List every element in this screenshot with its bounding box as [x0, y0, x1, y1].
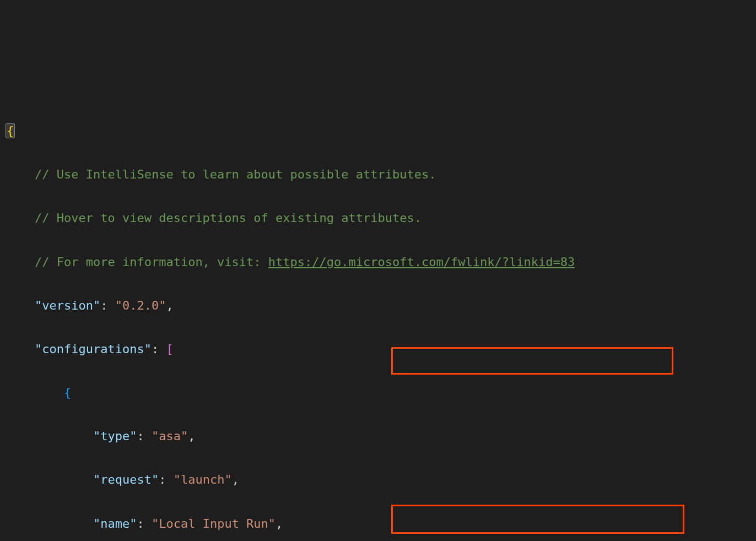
- comment-line-2: // Hover to view descriptions of existin…: [35, 211, 422, 225]
- open-brace-config1: {: [64, 386, 71, 399]
- comment-line-3-prefix: // For more information, visit:: [35, 255, 268, 269]
- key-type: "type": [93, 429, 137, 443]
- value-request-1: "launch": [174, 473, 232, 486]
- key-request: "request": [93, 473, 159, 486]
- comment-link[interactable]: https://go.microsoft.com/fwlink/?linkid=…: [268, 255, 575, 269]
- value-type-1: "asa": [152, 429, 188, 443]
- colon: :: [137, 517, 152, 531]
- key-name: "name": [93, 517, 137, 531]
- key-configurations: "configurations": [35, 342, 152, 356]
- comment-line-1: // Use IntelliSense to learn about possi…: [35, 167, 436, 181]
- comma: ,: [232, 473, 239, 486]
- comma: ,: [276, 517, 283, 531]
- open-brace-root: {: [6, 123, 15, 138]
- colon: :: [159, 473, 174, 486]
- colon: :: [152, 342, 166, 356]
- colon: :: [100, 299, 115, 312]
- key-version: "version": [35, 299, 100, 312]
- open-bracket: [: [166, 342, 173, 356]
- code-editor[interactable]: { // Use IntelliSense to learn about pos…: [6, 98, 756, 541]
- value-name-1: "Local Input Run": [152, 517, 276, 531]
- colon: :: [137, 429, 152, 443]
- comma: ,: [166, 299, 173, 312]
- comma: ,: [188, 429, 195, 443]
- value-version: "0.2.0": [115, 299, 166, 312]
